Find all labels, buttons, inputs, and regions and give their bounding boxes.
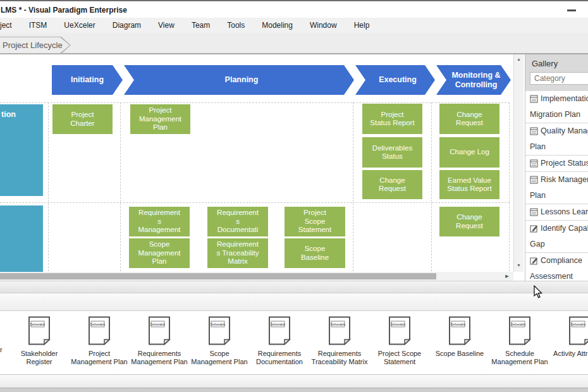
svg-text:Deliverable: Deliverable bbox=[271, 323, 285, 326]
grid-column-divider bbox=[48, 102, 49, 281]
scroll-right-icon[interactable]: ▶ bbox=[502, 272, 512, 281]
tab-project-lifecycle-label: Project Lifecycle bbox=[0, 37, 70, 53]
deliverable-document-icon: Deliverable bbox=[27, 316, 51, 345]
edit-icon bbox=[530, 224, 538, 233]
box-scope-management-plan[interactable]: Scope Management Plan bbox=[129, 238, 190, 268]
category-filter-input[interactable] bbox=[530, 72, 588, 85]
deliverable-item-requirements-documentation[interactable]: Deliverable Requirements Documentation bbox=[250, 316, 309, 366]
gallery-item-lessons-learned[interactable]: Lessons Learn bbox=[525, 204, 588, 221]
phase-monitoring-controlling[interactable]: Monitoring & Controlling bbox=[436, 65, 511, 95]
partial-deliverable-label: r bbox=[0, 346, 3, 353]
deliverable-document-icon: Deliverable bbox=[267, 316, 291, 345]
deliverable-strip: r Deliverable Stakeholder Register Deliv… bbox=[0, 311, 588, 374]
form-icon bbox=[530, 208, 538, 216]
gallery-item-identify-capability-gap[interactable]: Identify Capab Gap bbox=[525, 221, 588, 253]
window-title: LMS * - Visual Paradigm Enterprise bbox=[1, 6, 127, 15]
menu-item-uexceler[interactable]: UeXceler bbox=[64, 21, 95, 30]
lane-box-label: tion bbox=[1, 110, 16, 119]
menu-item-window[interactable]: Window bbox=[310, 21, 337, 30]
grid-column-divider bbox=[431, 102, 432, 281]
mouse-cursor bbox=[533, 285, 543, 299]
grid-row-divider bbox=[0, 102, 510, 103]
box-project-charter[interactable]: Project Charter bbox=[52, 104, 113, 134]
gallery-item-compliance-assessment[interactable]: Compliance Assessment bbox=[525, 253, 588, 282]
phase-executing[interactable]: Executing bbox=[355, 65, 435, 95]
grid-column-divider bbox=[509, 102, 510, 281]
deliverable-document-icon: Deliverable bbox=[448, 316, 472, 345]
deliverable-document-icon: Deliverable bbox=[388, 316, 412, 345]
gallery-item-risk-management-plan[interactable]: Risk Managem Plan bbox=[525, 172, 588, 204]
menu-item-tools[interactable]: Tools bbox=[227, 21, 245, 30]
grid-column-divider bbox=[353, 102, 353, 281]
grid-row-divider bbox=[0, 202, 510, 203]
box-requirements-traceability-matrix[interactable]: Requirement s Traceability Matrix bbox=[207, 238, 268, 268]
svg-text:Deliverable: Deliverable bbox=[511, 323, 525, 326]
gallery-title: Gallery bbox=[532, 59, 558, 68]
gallery-header: Gallery bbox=[525, 54, 588, 91]
bottom-toolbar: ion Repository Create Deliverable bbox=[0, 293, 588, 311]
scroll-down-icon[interactable]: ▼ bbox=[514, 263, 524, 267]
phase-planning[interactable]: Planning bbox=[124, 65, 354, 95]
menu-item-help[interactable]: Help bbox=[354, 21, 370, 30]
scroll-up-icon[interactable]: ▲ bbox=[514, 57, 524, 61]
deliverable-document-icon: Deliverable bbox=[568, 316, 588, 345]
box-earned-value-status-report[interactable]: Earned Value Status Report bbox=[439, 170, 499, 199]
form-icon bbox=[530, 127, 538, 135]
form-icon bbox=[530, 176, 538, 184]
lane-box-top[interactable]: tion bbox=[0, 104, 43, 196]
svg-text:Deliverable: Deliverable bbox=[150, 323, 165, 326]
svg-text:Deliverable: Deliverable bbox=[331, 323, 345, 326]
gallery-item-implementation-migration-plan[interactable]: Implementatio Migration Plan bbox=[525, 91, 588, 123]
gallery-item-project-status[interactable]: Project Status bbox=[525, 156, 588, 172]
box-change-request[interactable]: Change Request bbox=[439, 104, 499, 134]
edit-icon bbox=[530, 257, 538, 265]
box-project-management-plan[interactable]: Project Management Plan bbox=[130, 104, 190, 134]
box-change-request[interactable]: Change Request bbox=[362, 170, 422, 199]
deliverable-document-icon: Deliverable bbox=[87, 316, 111, 345]
vertical-scrollbar[interactable]: ▲ ▼ bbox=[513, 54, 524, 272]
menu-item-modeling[interactable]: Modeling bbox=[262, 21, 293, 30]
svg-text:Deliverable: Deliverable bbox=[90, 323, 105, 326]
box-project-scope-statement[interactable]: Project Scope Statement bbox=[285, 207, 345, 236]
svg-text:Deliverable: Deliverable bbox=[391, 323, 405, 326]
box-change-request[interactable]: Change Request bbox=[439, 207, 499, 236]
deliverable-item-scope-baseline[interactable]: Deliverable Scope Baseline bbox=[430, 316, 489, 358]
tab-project-lifecycle[interactable]: Project Lifecycle bbox=[0, 37, 71, 54]
menu-item-project[interactable]: ject bbox=[0, 21, 12, 30]
svg-text:Deliverable: Deliverable bbox=[211, 323, 225, 326]
form-icon bbox=[530, 159, 538, 168]
horizontal-scrollbar-thumb[interactable] bbox=[0, 273, 436, 279]
deliverable-item-project-scope-statement[interactable]: Deliverable Project Scope Statement bbox=[370, 316, 429, 366]
deliverable-document-icon: Deliverable bbox=[207, 316, 231, 345]
deliverable-item-requirements-management-plan[interactable]: Deliverable Requirements Management Plan bbox=[130, 316, 189, 366]
deliverable-item-project-management-plan[interactable]: Deliverable Project Management Plan bbox=[70, 316, 129, 366]
gallery-list: Implementatio Migration Plan Quality Man… bbox=[525, 91, 588, 282]
menu-item-team[interactable]: Team bbox=[192, 21, 210, 30]
svg-text:Deliverable: Deliverable bbox=[30, 323, 45, 326]
phase-initiating[interactable]: Initiating bbox=[52, 65, 123, 95]
box-requirements-management[interactable]: Requirement s Management bbox=[129, 207, 190, 236]
form-icon bbox=[530, 95, 538, 103]
status-bar bbox=[0, 374, 588, 388]
deliverable-item-stakeholder-register[interactable]: Deliverable Stakeholder Register bbox=[9, 316, 69, 366]
diagram-canvas[interactable]: Initiating Planning Executing Monitoring… bbox=[0, 54, 513, 281]
svg-text:Deliverable: Deliverable bbox=[451, 323, 465, 326]
menu-item-view[interactable]: View bbox=[158, 21, 175, 30]
menu-item-itsm[interactable]: ITSM bbox=[29, 21, 47, 30]
deliverable-item-schedule-management-plan[interactable]: Deliverable Schedule Management Plan bbox=[490, 316, 549, 366]
deliverable-item-activity-attributes[interactable]: Deliverable Activity Attributes bbox=[550, 316, 588, 358]
gallery-panel: Gallery Implementatio Migration Plan Qua… bbox=[525, 54, 588, 282]
lane-box-bottom[interactable] bbox=[0, 205, 43, 272]
gallery-item-quality-management-plan[interactable]: Quality Manag Plan bbox=[525, 123, 588, 156]
deliverable-document-icon: Deliverable bbox=[328, 316, 352, 345]
panel-separator bbox=[0, 281, 588, 293]
menu-item-diagram[interactable]: Diagram bbox=[113, 21, 141, 30]
box-requirements-documentation[interactable]: Requirement s Documentati bbox=[207, 207, 268, 236]
box-change-log[interactable]: Change Log bbox=[439, 137, 499, 168]
box-project-status-report[interactable]: Project Status Report bbox=[362, 104, 422, 134]
deliverable-item-scope-management-plan[interactable]: Deliverable Scope Management Plan bbox=[190, 316, 249, 366]
deliverable-item-requirements-traceability-matrix[interactable]: Deliverable Requirements Traceability Ma… bbox=[310, 316, 369, 366]
box-deliverables-status[interactable]: Deliverables Status bbox=[362, 137, 422, 168]
minimize-icon[interactable] bbox=[567, 9, 576, 11]
box-scope-baseline[interactable]: Scope Baseline bbox=[285, 238, 345, 268]
